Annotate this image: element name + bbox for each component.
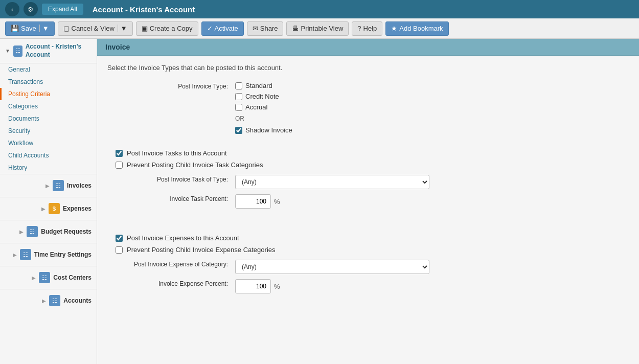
accrual-label[interactable]: Accrual: [245, 103, 267, 111]
page-title: Account - Kristen's Account: [93, 5, 195, 14]
sidebar-nav: General Transactions Posting Criteria Ca…: [0, 63, 97, 174]
prevent-child-expense-checkbox[interactable]: [116, 246, 123, 254]
activate-icon: ✓: [207, 25, 213, 32]
cost-chevron: ▶: [32, 275, 36, 281]
post-invoice-tasks-checkbox[interactable]: [116, 150, 123, 157]
account-chevron-down[interactable]: ▼: [5, 48, 10, 54]
invoice-expense-percent-row: Invoice Expense Percent: 100 %: [107, 279, 629, 293]
prevent-child-invoice-label[interactable]: Prevent Posting Child Invoice Task Categ…: [127, 161, 263, 169]
share-icon: ✉: [253, 25, 258, 32]
print-icon: 🖶: [292, 25, 299, 32]
accrual-checkbox[interactable]: [235, 104, 242, 111]
content-area: Invoice Select the Invoice Types that ca…: [97, 39, 639, 364]
post-invoice-expenses-label[interactable]: Post Invoice Expenses to this Account: [127, 234, 239, 242]
sidebar-expenses-header[interactable]: ▶ $ Expenses: [0, 199, 97, 218]
expand-all-button[interactable]: Expand All: [42, 4, 83, 15]
shadow-invoice-label[interactable]: Shadow Invoice: [245, 126, 292, 134]
invoice-section-header: Invoice: [97, 39, 639, 56]
time-label: Time Entry Settings: [34, 251, 92, 258]
create-copy-button[interactable]: ▣ Create a Copy: [136, 21, 198, 36]
standard-label[interactable]: Standard: [245, 82, 272, 89]
help-icon: ?: [357, 25, 361, 32]
sidebar-accounts-header[interactable]: ▶ ☷ Accounts: [0, 291, 97, 310]
bookmark-icon: ★: [391, 25, 397, 32]
expense-category-control: (Any): [235, 260, 429, 274]
save-dropdown-arrow[interactable]: ▼: [39, 25, 49, 32]
add-bookmark-button[interactable]: ★ Add Bookmark: [385, 21, 448, 36]
sidebar-expenses-section: ▶ $ Expenses: [0, 197, 97, 220]
post-invoice-expense-category-label: Post Invoice Expense of Category:: [107, 260, 235, 268]
sidebar-accounts-section: ▶ ☷ Accounts: [0, 289, 97, 312]
sidebar-item-general[interactable]: General: [0, 63, 97, 76]
cancel-icon: ▢: [63, 25, 70, 32]
main-layout: ▼ ☷ Account - Kristen's Account General …: [0, 39, 639, 364]
invoice-task-percent-input[interactable]: 100: [235, 194, 271, 209]
sidebar-time-header[interactable]: ▶ ☷ Time Entry Settings: [0, 245, 97, 264]
post-invoice-expense-category-row: Post Invoice Expense of Category: (Any): [107, 260, 629, 274]
expenses-chevron: ▶: [41, 206, 45, 212]
prevent-child-invoice-checkbox[interactable]: [116, 162, 123, 169]
back-button[interactable]: ‹: [5, 2, 19, 16]
credit-note-label[interactable]: Credit Note: [245, 93, 279, 100]
standard-checkbox[interactable]: [235, 82, 242, 89]
post-invoice-tasks-label[interactable]: Post Invoice Tasks to this Account: [127, 149, 227, 157]
cancel-view-button[interactable]: ▢ Cancel & View ▼: [58, 21, 133, 36]
shadow-invoice-checkbox[interactable]: [235, 127, 242, 134]
help-button[interactable]: ? Help: [352, 21, 382, 36]
prevent-child-expense-label[interactable]: Prevent Posting Child Invoice Expense Ca…: [127, 246, 276, 254]
sidebar-item-documents[interactable]: Documents: [0, 112, 97, 125]
post-invoice-task-type-label: Post Invoice Task of Type:: [107, 175, 235, 183]
post-invoice-type-row: Post Invoice Type: Standard Credit Note …: [107, 82, 629, 134]
save-icon: 💾: [11, 25, 19, 32]
sidebar-budget-section: ▶ ☷ Budget Requests: [0, 220, 97, 243]
expenses-label: Expenses: [63, 205, 92, 212]
sidebar-invoices-section: ▶ ☷ Invoices: [0, 174, 97, 197]
sidebar-account-header[interactable]: ▼ ☷ Account - Kristen's Account: [0, 39, 97, 63]
credit-note-checkbox-row: Credit Note: [235, 93, 292, 100]
expenses-icon: $: [49, 203, 60, 214]
invoice-type-controls: Standard Credit Note Accrual OR Shadow I…: [235, 82, 292, 134]
budget-chevron: ▶: [19, 229, 24, 235]
invoice-task-percent-label: Invoice Task Percent:: [107, 194, 235, 202]
task-percent-symbol: %: [274, 198, 280, 206]
invoice-subtitle: Select the Invoice Types that can be pos…: [107, 64, 629, 72]
sidebar-item-workflow[interactable]: Workflow: [0, 137, 97, 149]
post-invoice-type-label: Post Invoice Type:: [107, 82, 235, 90]
sidebar-cost-header[interactable]: ▶ ☷ Cost Centers: [0, 268, 97, 287]
accrual-checkbox-row: Accrual: [235, 103, 292, 111]
activate-button[interactable]: ✓ Activate: [201, 21, 244, 36]
cancel-dropdown-arrow[interactable]: ▼: [118, 25, 127, 32]
sidebar-item-posting-criteria[interactable]: Posting Criteria: [0, 88, 97, 100]
invoice-expense-percent-input[interactable]: 100: [235, 279, 271, 293]
sidebar-item-history[interactable]: History: [0, 162, 97, 174]
post-invoice-task-type-select[interactable]: (Any): [235, 175, 429, 189]
credit-note-checkbox[interactable]: [235, 93, 242, 100]
printable-view-button[interactable]: 🖶 Printable View: [286, 21, 349, 36]
cost-icon: ☷: [39, 272, 50, 283]
task-type-control: (Any): [235, 175, 429, 189]
accounts-label: Accounts: [63, 297, 92, 304]
sidebar-invoices-header[interactable]: ▶ ☷ Invoices: [0, 176, 97, 195]
share-button[interactable]: ✉ Share: [247, 21, 284, 36]
post-invoice-expense-category-select[interactable]: (Any): [235, 260, 429, 274]
sidebar-item-categories[interactable]: Categories: [0, 100, 97, 112]
budget-icon: ☷: [27, 226, 38, 237]
sidebar-item-transactions[interactable]: Transactions: [0, 76, 97, 88]
budget-label: Budget Requests: [41, 228, 92, 235]
accounts-chevron: ▶: [42, 298, 46, 304]
cost-label: Cost Centers: [53, 274, 92, 281]
accounts-icon: ☷: [49, 295, 60, 306]
settings-button[interactable]: ⚙: [24, 2, 38, 16]
post-invoice-expenses-checkbox[interactable]: [116, 235, 123, 242]
sidebar-budget-header[interactable]: ▶ ☷ Budget Requests: [0, 222, 97, 241]
sidebar-item-child-accounts[interactable]: Child Accounts: [0, 149, 97, 162]
time-icon: ☷: [20, 249, 31, 260]
expense-percent-symbol: %: [274, 283, 280, 290]
save-button[interactable]: 💾 Save ▼: [5, 21, 55, 36]
or-label: OR: [235, 115, 292, 122]
sidebar: ▼ ☷ Account - Kristen's Account General …: [0, 39, 97, 364]
sidebar-item-security[interactable]: Security: [0, 125, 97, 137]
post-invoice-tasks-row: Post Invoice Tasks to this Account: [107, 149, 629, 157]
invoices-label: Invoices: [67, 182, 92, 189]
prevent-child-invoice-row: Prevent Posting Child Invoice Task Categ…: [107, 161, 629, 169]
